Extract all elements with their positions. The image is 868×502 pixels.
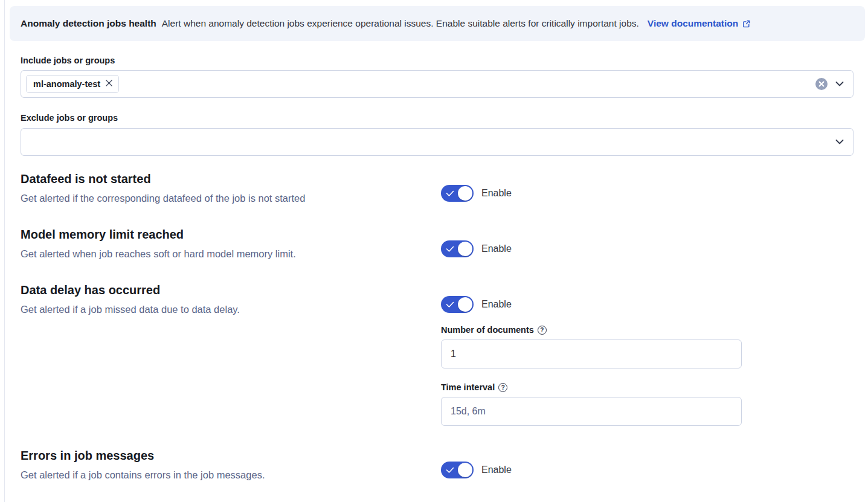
section-title: Model memory limit reached xyxy=(21,227,441,242)
view-documentation-label: View documentation xyxy=(648,18,738,29)
enable-toggle[interactable] xyxy=(441,462,474,478)
section-errors-in-job-messages: Errors in job messages Get alerted if a … xyxy=(21,448,854,481)
section-title: Data delay has occurred xyxy=(21,283,441,297)
remove-job-button[interactable] xyxy=(105,79,113,89)
toggle-label: Enable xyxy=(481,299,512,310)
selected-job-pill-label: ml-anomaly-test xyxy=(33,79,100,89)
section-datafeed-not-started: Datafeed is not started Get alerted if t… xyxy=(21,172,854,205)
toggle-knob xyxy=(458,242,472,256)
toggle-label: Enable xyxy=(481,243,512,254)
toggle-knob xyxy=(458,297,472,312)
time-interval-input[interactable] xyxy=(441,397,742,426)
clear-selection-button[interactable] xyxy=(815,78,828,90)
view-documentation-link[interactable]: View documentation xyxy=(648,18,751,29)
section-title: Errors in job messages xyxy=(21,448,441,463)
section-model-memory-limit: Model memory limit reached Get alerted w… xyxy=(21,227,854,260)
exclude-jobs-combobox[interactable] xyxy=(21,128,854,156)
cross-icon xyxy=(105,79,113,89)
rule-type-banner: Anomaly detection jobs health Alert when… xyxy=(10,6,865,41)
include-jobs-label: Include jobs or groups xyxy=(21,56,854,66)
enable-toggle[interactable] xyxy=(441,185,474,202)
anomaly-jobs-health-rule-form: Anomaly detection jobs health Alert when… xyxy=(0,6,868,481)
question-in-circle-icon[interactable]: ? xyxy=(538,326,547,335)
toggle-label: Enable xyxy=(481,465,512,475)
section-description: Get alerted if the corresponding datafee… xyxy=(21,191,441,205)
toggle-knob xyxy=(458,186,472,201)
number-of-documents-input[interactable] xyxy=(441,339,742,368)
enable-toggle[interactable] xyxy=(441,240,474,257)
section-title: Datafeed is not started xyxy=(21,172,441,186)
time-interval-label: Time interval xyxy=(441,382,495,393)
section-description: Get alerted if a job missed data due to … xyxy=(21,303,441,316)
check-icon xyxy=(446,466,454,476)
section-description: Get alerted if a job contains errors in … xyxy=(21,468,441,481)
check-icon xyxy=(446,300,454,311)
selected-job-pill: ml-anomaly-test xyxy=(26,75,119,93)
number-of-documents-label: Number of documents xyxy=(441,325,534,335)
question-in-circle-icon[interactable]: ? xyxy=(498,383,507,392)
section-data-delay: Data delay has occurred Get alerted if a… xyxy=(21,283,854,426)
chevron-down-icon[interactable] xyxy=(834,79,845,89)
include-jobs-combobox[interactable]: ml-anomaly-test xyxy=(21,70,854,98)
toggle-knob xyxy=(458,463,472,477)
check-icon xyxy=(446,189,454,199)
cross-in-circle-icon xyxy=(818,80,825,89)
enable-toggle[interactable] xyxy=(441,296,474,313)
chevron-down-icon[interactable] xyxy=(834,137,845,147)
exclude-jobs-label: Exclude jobs or groups xyxy=(21,113,854,123)
banner-title: Anomaly detection jobs health xyxy=(21,18,156,29)
section-description: Get alerted when job reaches soft or har… xyxy=(21,247,441,260)
banner-description: Alert when anomaly detection jobs experi… xyxy=(162,18,639,29)
toggle-label: Enable xyxy=(481,188,512,199)
panel-edge-divider xyxy=(4,0,5,502)
external-link-icon xyxy=(742,19,751,28)
check-icon xyxy=(446,245,454,255)
